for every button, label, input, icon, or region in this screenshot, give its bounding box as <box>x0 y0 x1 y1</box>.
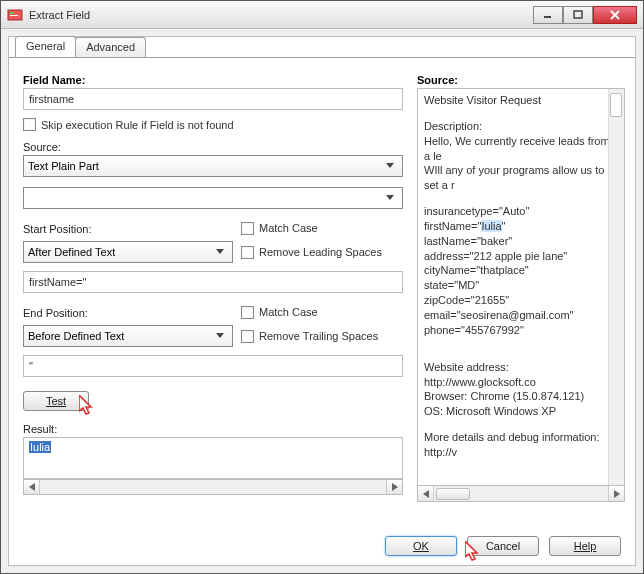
maximize-button[interactable] <box>563 6 593 24</box>
scroll-left-icon[interactable] <box>418 486 434 501</box>
close-button[interactable] <box>593 6 637 24</box>
src-line: cityName="thatplace" <box>424 263 618 278</box>
src-line: WIll any of your programs allow us to se… <box>424 163 618 193</box>
scroll-right-icon[interactable] <box>608 486 624 501</box>
skip-checkbox[interactable] <box>23 118 36 131</box>
result-value: Iulia <box>29 441 51 453</box>
src-line: zipCode="21655" <box>424 293 618 308</box>
app-icon <box>7 7 23 23</box>
source-vscroll[interactable] <box>608 89 624 485</box>
src-line: phone="455767992" <box>424 323 618 338</box>
svg-marker-9 <box>216 249 224 254</box>
start-position-label: Start Position: <box>23 223 233 235</box>
src-line: Description: <box>424 119 618 134</box>
svg-marker-13 <box>392 483 398 491</box>
remove-trailing-label: Remove Trailing Spaces <box>259 330 378 342</box>
match-case-1-label: Match Case <box>259 222 318 234</box>
src-line: More details and debug information: http… <box>424 430 618 460</box>
end-position-value: Before Defined Text <box>28 330 124 342</box>
source-preview[interactable]: Website Visitor Request Description: Hel… <box>417 88 625 486</box>
skip-label: Skip execution Rule if Field is not foun… <box>41 119 234 131</box>
match-case-2[interactable]: Match Case <box>241 306 318 319</box>
minimize-button[interactable] <box>533 6 563 24</box>
window-buttons <box>533 6 637 24</box>
source-preview-label: Source: <box>417 74 625 86</box>
result-box[interactable]: Iulia <box>23 437 403 479</box>
remove-trailing-checkbox[interactable] <box>241 330 254 343</box>
right-column: Source: Website Visitor Request Descript… <box>417 70 625 509</box>
remove-leading-label: Remove Leading Spaces <box>259 246 382 258</box>
svg-rect-2 <box>10 15 18 16</box>
remove-leading[interactable]: Remove Leading Spaces <box>241 246 382 259</box>
secondary-select[interactable] <box>23 187 403 209</box>
svg-marker-14 <box>423 490 429 498</box>
src-line: Hello, We currently receive leads from a… <box>424 134 618 164</box>
src-line: address="212 apple pie lane" <box>424 249 618 264</box>
match-case-1-checkbox[interactable] <box>241 222 254 235</box>
src-line: email="seosirena@gmail.com" <box>424 308 618 323</box>
window-title: Extract Field <box>29 9 533 21</box>
svg-marker-8 <box>386 195 394 200</box>
start-text-input[interactable] <box>23 271 403 293</box>
src-line: lastName="baker" <box>424 234 618 249</box>
end-position-label: End Position: <box>23 307 233 319</box>
src-line: Website address: http://www.glocksoft.co <box>424 360 618 390</box>
end-text-input[interactable] <box>23 355 403 377</box>
svg-marker-7 <box>386 163 394 168</box>
test-button[interactable]: Test <box>23 391 89 411</box>
scroll-left-icon[interactable] <box>24 480 40 494</box>
cancel-button[interactable]: Cancel <box>467 536 539 556</box>
src-line: OS: Microsoft Windows XP <box>424 404 618 419</box>
chevron-down-icon <box>382 158 398 174</box>
source-label: Source: <box>23 141 403 153</box>
svg-rect-4 <box>574 11 582 18</box>
match-case-1[interactable]: Match Case <box>241 222 318 235</box>
end-position-select[interactable]: Before Defined Text <box>23 325 233 347</box>
start-position-value: After Defined Text <box>28 246 115 258</box>
tab-advanced[interactable]: Advanced <box>75 37 146 58</box>
scroll-right-icon[interactable] <box>386 480 402 494</box>
match-case-2-checkbox[interactable] <box>241 306 254 319</box>
src-line: Browser: Chrome (15.0.874.121) <box>424 389 618 404</box>
result-label: Result: <box>23 423 403 435</box>
src-line: Website Visitor Request <box>424 93 618 108</box>
tab-general[interactable]: General <box>15 36 76 57</box>
tab-body: Field Name: Skip execution Rule if Field… <box>9 57 635 517</box>
match-case-2-label: Match Case <box>259 306 318 318</box>
chevron-down-icon <box>212 328 228 344</box>
ok-button[interactable]: OK <box>385 536 457 556</box>
scroll-thumb[interactable] <box>436 488 470 500</box>
svg-marker-10 <box>216 333 224 338</box>
button-row: OK Cancel Help <box>385 536 621 556</box>
chevron-down-icon <box>212 244 228 260</box>
src-line: firstName="Iulia" <box>424 219 618 234</box>
left-column: Field Name: Skip execution Rule if Field… <box>23 70 403 509</box>
field-name-label: Field Name: <box>23 74 403 86</box>
field-name-input[interactable] <box>23 88 403 110</box>
src-line: insurancetype="Auto" <box>424 204 618 219</box>
skip-checkbox-row[interactable]: Skip execution Rule if Field is not foun… <box>23 118 403 131</box>
source-hscroll[interactable] <box>417 486 625 502</box>
svg-marker-15 <box>614 490 620 498</box>
tabs: General Advanced <box>15 36 145 57</box>
result-hscroll[interactable] <box>23 479 403 495</box>
svg-rect-1 <box>10 12 14 14</box>
source-select[interactable]: Text Plain Part <box>23 155 403 177</box>
window: Extract Field General Advanced Field Nam… <box>0 0 644 574</box>
remove-leading-checkbox[interactable] <box>241 246 254 259</box>
svg-marker-12 <box>29 483 35 491</box>
src-line: state="MD" <box>424 278 618 293</box>
start-position-select[interactable]: After Defined Text <box>23 241 233 263</box>
chevron-down-icon <box>382 190 398 206</box>
remove-trailing[interactable]: Remove Trailing Spaces <box>241 330 378 343</box>
titlebar: Extract Field <box>1 1 643 29</box>
source-select-value: Text Plain Part <box>28 160 99 172</box>
help-button[interactable]: Help <box>549 536 621 556</box>
